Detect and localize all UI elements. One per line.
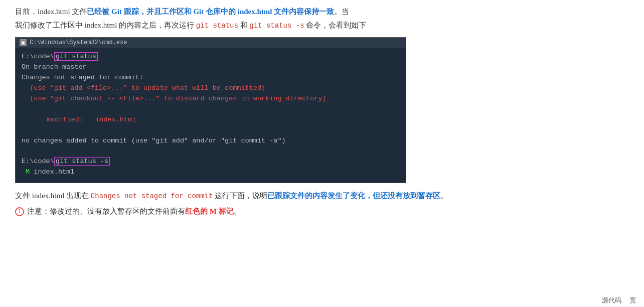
notice-red: 红色的 M 标记 [185,207,234,215]
cmd-prompt-1: E:\code\ [22,53,54,60]
cmd-prompt-2: E:\code\ [22,158,54,165]
bottom-bold: 已跟踪文件的内容发生了变化，但还没有放到暂存区 [267,192,440,200]
intro-line1-pre: 目前，index.html 文件 [15,8,87,16]
cmd-body: E:\code\git status On branch master Chan… [16,48,406,183]
cmd-m-file: index.html [30,168,74,176]
footer-link-wide[interactable]: 宽 [629,296,636,305]
cmd-line-11: E:\code\git status -s [22,157,400,167]
cmd-line-3: Changes not staged for commit: [22,73,400,83]
intro-line2-pre: 我们修改了工作区中 index.html 的内容之后，再次运行 [15,21,196,29]
cmd-titlebar: ▣ C:\Windows\System32\cmd.exe [16,38,406,48]
intro-line2-mid: 和 [238,21,250,29]
cmd-hint-1: (use "git add <file>..." to update what … [22,84,265,92]
cmd-line-9: no changes added to commit (use "git add… [22,136,400,146]
bottom-cmd-ref: Changes not staged for commit [91,192,213,200]
intro-cmd1: git status [196,22,238,30]
footer-link-source[interactable]: 源代码 [602,296,621,305]
bottom-text1-post: 。 [440,192,448,200]
intro-paragraph: 目前，index.html 文件已经被 Git 跟踪，并且工作区和 Git 仓库… [15,5,629,32]
notice-text: 注意：修改过的、没有放入暂存区的文件前面有红色的 M 标记。 [27,207,241,216]
cmd-icon: ▣ [20,39,27,46]
cmd-window: ▣ C:\Windows\System32\cmd.exe E:\code\gi… [15,37,406,183]
intro-line2-post: 命令，会看到如下 [304,21,367,29]
notice-line: ! 注意：修改过的、没有放入暂存区的文件前面有红色的 M 标记。 [15,207,629,216]
intro-cmd2: git status -s [249,22,304,30]
cmd-git-status-1: git status [54,52,98,61]
cmd-m-marker: M [22,168,30,176]
cmd-git-status-2: git status -s [54,157,110,166]
footer: 源代码 宽 [594,294,644,307]
cmd-line-8 [22,125,400,136]
notice-pre: 注意：修改过的、没有放入暂存区的文件前面有 [27,207,185,215]
cmd-hint-2: (use "git checkout -- <file>..." to disc… [22,95,327,102]
cmd-line-12: M index.html [22,167,400,178]
notice-post: 。 [234,207,241,215]
cmd-title: C:\Windows\System32\cmd.exe [30,39,127,46]
cmd-line-10 [22,146,400,157]
cmd-line-1: E:\code\git status [22,52,400,62]
bottom-text1-mid: 这行下面，说明 [213,192,267,200]
cmd-line-5: (use "git checkout -- <file>..." to disc… [22,94,400,104]
cmd-line-4: (use "git add <file>..." to update what … [22,83,400,94]
intro-line1-highlight: 已经被 Git 跟踪，并且工作区和 Git 仓库中的 index.html 文件… [87,8,334,16]
cmd-modified-line: modified: index.html [22,115,400,125]
bottom-text1-pre: 文件 index.html 出现在 [15,192,91,200]
bottom-paragraph: 文件 index.html 出现在 Changes not staged for… [15,189,629,203]
intro-line1-post: 。当 [334,8,349,16]
notice-icon: ! [15,207,24,216]
cmd-line-2: On branch master [22,62,400,73]
cmd-line-6 [22,104,400,115]
